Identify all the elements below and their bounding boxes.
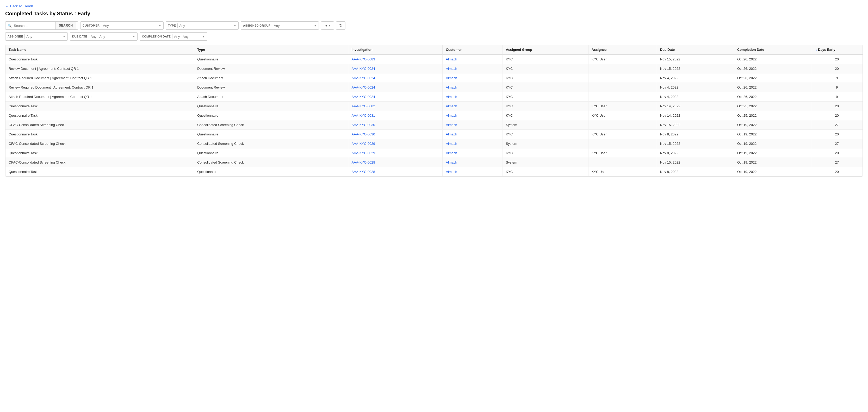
refresh-button[interactable]: ↻	[336, 21, 345, 30]
customer-cell-link[interactable]: Almach	[446, 76, 457, 80]
customer-cell[interactable]: Almach	[443, 101, 502, 111]
type-cell: Questionnaire	[194, 55, 348, 64]
assigned-group-filter-select[interactable]: Any	[274, 24, 289, 28]
assigned-group-cell: KYC	[502, 73, 588, 83]
days-early-cell: 9	[811, 83, 863, 92]
task-name-cell: Questionnaire Task	[5, 149, 194, 158]
investigation-cell[interactable]: AAA-KYC-0024	[348, 64, 443, 73]
search-button[interactable]: SEARCH	[56, 22, 76, 29]
investigation-cell[interactable]: AAA-KYC-0081	[348, 111, 443, 120]
customer-cell[interactable]: Almach	[443, 130, 502, 139]
investigation-cell-link[interactable]: AAA-KYC-0024	[351, 86, 375, 89]
col-header-type[interactable]: Type	[194, 45, 348, 55]
completion-date-filter-select[interactable]: Any - Any	[174, 35, 193, 38]
customer-cell[interactable]: Almach	[443, 55, 502, 64]
assigned-group-cell: System	[502, 139, 588, 149]
investigation-cell[interactable]: AAA-KYC-0024	[348, 92, 443, 101]
assigned-group-cell: KYC	[502, 111, 588, 120]
customer-cell-link[interactable]: Almach	[446, 57, 457, 61]
type-chevron-icon: ▼	[234, 24, 236, 27]
customer-cell[interactable]: Almach	[443, 73, 502, 83]
back-to-trends-link[interactable]: Back To Trends	[5, 4, 33, 8]
assignee-chevron-icon: ▼	[63, 35, 65, 38]
table-row: Review Document | Agreement: Contract QR…	[5, 64, 863, 73]
customer-cell-link[interactable]: Almach	[446, 67, 457, 71]
col-header-due-date[interactable]: Due Date	[657, 45, 734, 55]
investigation-cell[interactable]: AAA-KYC-0030	[348, 130, 443, 139]
due-date-filter-select[interactable]: Any - Any	[91, 35, 110, 38]
investigation-cell[interactable]: AAA-KYC-0029	[348, 149, 443, 158]
assignee-filter-select[interactable]: Any	[26, 35, 42, 38]
customer-cell[interactable]: Almach	[443, 158, 502, 167]
filters-row-2: ASSIGNEE Any ▼ DUE DATE Any - Any ▼ COMP…	[5, 32, 863, 41]
investigation-cell-link[interactable]: AAA-KYC-0030	[351, 123, 375, 127]
tasks-table-container: Task Name Type Investigation Customer As…	[5, 45, 863, 177]
col-header-completion-date[interactable]: Completion Date	[734, 45, 811, 55]
customer-cell[interactable]: Almach	[443, 139, 502, 149]
customer-cell-link[interactable]: Almach	[446, 123, 457, 127]
investigation-cell[interactable]: AAA-KYC-0024	[348, 73, 443, 83]
investigation-cell-link[interactable]: AAA-KYC-0030	[351, 132, 375, 136]
page-title: Completed Tasks by Status : Early	[5, 11, 863, 17]
investigation-cell[interactable]: AAA-KYC-0024	[348, 83, 443, 92]
due-date-cell: Nov 15, 2022	[657, 120, 734, 130]
col-header-assignee[interactable]: Assignee	[588, 45, 657, 55]
table-row: Questionnaire TaskQuestionnaireAAA-KYC-0…	[5, 167, 863, 177]
investigation-cell-link[interactable]: AAA-KYC-0024	[351, 76, 375, 80]
filter-icon-button[interactable]: ▼ ▾	[321, 21, 334, 30]
investigation-cell[interactable]: AAA-KYC-0083	[348, 55, 443, 64]
type-cell: Consolidated Screening Check	[194, 120, 348, 130]
customer-cell-link[interactable]: Almach	[446, 86, 457, 89]
investigation-cell-link[interactable]: AAA-KYC-0028	[351, 160, 375, 164]
assignee-cell: KYC User	[588, 167, 657, 177]
type-cell: Questionnaire	[194, 149, 348, 158]
customer-cell-link[interactable]: Almach	[446, 160, 457, 164]
customer-filter-select[interactable]: Any	[103, 24, 119, 28]
customer-filter-label: CUSTOMER	[83, 24, 99, 27]
investigation-cell-link[interactable]: AAA-KYC-0082	[351, 104, 375, 108]
refresh-icon: ↻	[339, 23, 343, 28]
investigation-cell[interactable]: AAA-KYC-0028	[348, 167, 443, 177]
search-input[interactable]	[14, 24, 56, 28]
assigned-group-filter-label: ASSIGNED GROUP	[243, 24, 270, 27]
assignee-cell: KYC User	[588, 130, 657, 139]
customer-cell-link[interactable]: Almach	[446, 142, 457, 146]
customer-cell-link[interactable]: Almach	[446, 170, 457, 174]
customer-cell-link[interactable]: Almach	[446, 114, 457, 118]
investigation-cell[interactable]: AAA-KYC-0028	[348, 158, 443, 167]
investigation-cell[interactable]: AAA-KYC-0030	[348, 120, 443, 130]
due-date-cell: Nov 8, 2022	[657, 130, 734, 139]
col-header-customer[interactable]: Customer	[443, 45, 502, 55]
investigation-cell[interactable]: AAA-KYC-0082	[348, 101, 443, 111]
col-header-days-early[interactable]: ↓Days Early	[811, 45, 863, 55]
customer-cell[interactable]: Almach	[443, 149, 502, 158]
completion-date-cell: Oct 19, 2022	[734, 158, 811, 167]
investigation-cell[interactable]: AAA-KYC-0029	[348, 139, 443, 149]
customer-cell[interactable]: Almach	[443, 120, 502, 130]
sort-icon-days-early: ↓	[815, 48, 817, 52]
col-header-task-name[interactable]: Task Name	[5, 45, 194, 55]
customer-cell[interactable]: Almach	[443, 64, 502, 73]
customer-cell-link[interactable]: Almach	[446, 95, 457, 99]
investigation-cell-link[interactable]: AAA-KYC-0024	[351, 67, 375, 71]
type-cell: Questionnaire	[194, 101, 348, 111]
due-date-filter-wrap: DUE DATE Any - Any ▼	[70, 32, 137, 41]
investigation-cell-link[interactable]: AAA-KYC-0024	[351, 95, 375, 99]
type-filter-select[interactable]: Any	[179, 24, 195, 28]
investigation-cell-link[interactable]: AAA-KYC-0081	[351, 114, 375, 118]
customer-cell-link[interactable]: Almach	[446, 132, 457, 136]
customer-cell[interactable]: Almach	[443, 92, 502, 101]
assignee-cell	[588, 83, 657, 92]
customer-cell[interactable]: Almach	[443, 83, 502, 92]
customer-cell[interactable]: Almach	[443, 111, 502, 120]
investigation-cell-link[interactable]: AAA-KYC-0083	[351, 57, 375, 61]
customer-cell-link[interactable]: Almach	[446, 104, 457, 108]
table-body: Questionnaire TaskQuestionnaireAAA-KYC-0…	[5, 55, 863, 176]
investigation-cell-link[interactable]: AAA-KYC-0029	[351, 151, 375, 155]
col-header-investigation[interactable]: Investigation	[348, 45, 443, 55]
customer-cell[interactable]: Almach	[443, 167, 502, 177]
customer-cell-link[interactable]: Almach	[446, 151, 457, 155]
investigation-cell-link[interactable]: AAA-KYC-0029	[351, 142, 375, 146]
col-header-assigned-group[interactable]: Assigned Group	[502, 45, 588, 55]
investigation-cell-link[interactable]: AAA-KYC-0028	[351, 170, 375, 174]
